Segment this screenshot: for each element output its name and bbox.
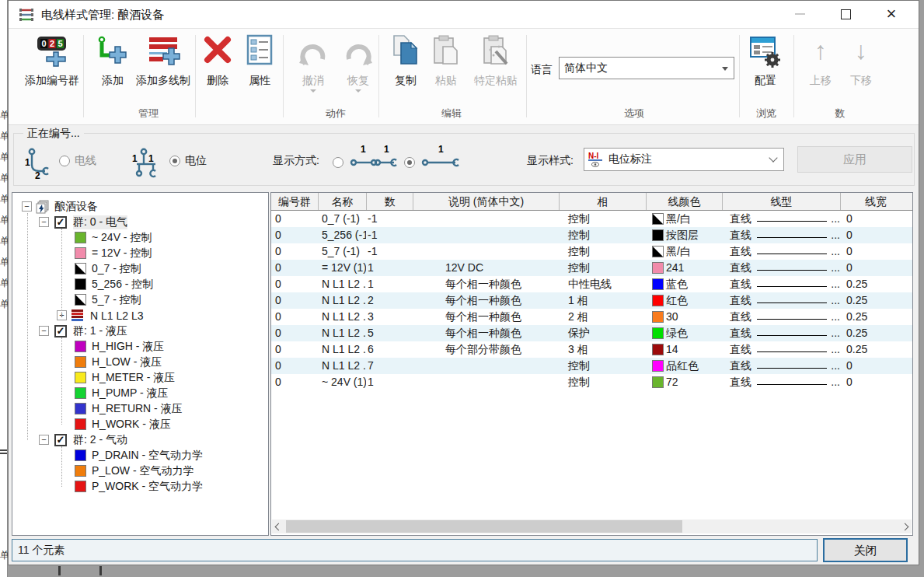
- column-header[interactable]: 线宽: [840, 193, 911, 210]
- background-vertical-text: 单: [0, 298, 8, 311]
- tree-leaf-item[interactable]: +N L1 L2 L3: [12, 308, 268, 323]
- cell-group: 0: [271, 243, 318, 260]
- wire-style-manager-dialog: 电线样式管理: 酿酒设备 × 0 2 5 添: [8, 0, 919, 565]
- cell-phase: 控制: [559, 374, 646, 390]
- tree-item-label: H_PUMP - 液压: [92, 386, 169, 400]
- tree-leaf-item[interactable]: H_LOW - 液压: [12, 355, 268, 370]
- column-header[interactable]: 编号群: [271, 193, 318, 210]
- add-number-group-button[interactable]: 0 2 5 添加编号群: [13, 33, 91, 88]
- tree-leaf-item[interactable]: H_PUMP - 液压: [12, 386, 268, 401]
- column-header[interactable]: 线颜色: [646, 193, 722, 210]
- cell-description: 每个部分带颜色: [413, 341, 559, 358]
- table-row[interactable]: 0= 12V (1)112V DC控制241直线...0: [271, 260, 912, 276]
- table-row[interactable]: 00_7 (-1)-1控制黑/白直线...0: [271, 211, 912, 227]
- background-vertical-text: 单: [0, 214, 8, 227]
- scroll-right-button[interactable]: [898, 519, 912, 533]
- tree-leaf-item[interactable]: H_RETURN - 液压: [12, 401, 268, 417]
- wire-radio-label: 电线: [75, 154, 96, 168]
- cell-line-color: 30: [646, 309, 722, 325]
- svg-text:5: 5: [58, 39, 62, 48]
- config-button[interactable]: 配置: [745, 33, 786, 88]
- wire-radio[interactable]: [59, 156, 70, 166]
- tree-leaf-item[interactable]: 5_7 - 控制: [12, 292, 268, 308]
- tree-item-label: 0_7 - 控制: [92, 262, 141, 276]
- title-bar[interactable]: 电线样式管理: 酿酒设备 ×: [9, 1, 919, 29]
- tree-leaf-item[interactable]: = 12V - 控制: [12, 246, 268, 261]
- tree-leaf-item[interactable]: H_WORK - 液压: [12, 417, 268, 432]
- add-multiwire-button[interactable]: 添加多线制: [130, 33, 197, 88]
- group-checkbox[interactable]: ✓: [54, 325, 67, 337]
- properties-button[interactable]: 属性: [240, 33, 279, 88]
- display-mode-whole-icon: 1: [421, 143, 462, 170]
- linetype-ellipsis: ...: [831, 276, 840, 292]
- paste-icon: [429, 33, 463, 71]
- column-header[interactable]: 说明 (简体中文): [413, 193, 559, 210]
- display-style-value: 电位标注: [608, 152, 652, 166]
- column-header[interactable]: 数: [366, 193, 413, 210]
- cell-linetype: 直线...: [722, 292, 840, 309]
- group-checkbox[interactable]: ✓: [54, 216, 67, 229]
- copy-icon: [389, 33, 423, 71]
- scrollbar-thumb[interactable]: [286, 520, 682, 533]
- language-select[interactable]: 简体中文: [559, 57, 734, 79]
- cell-line-color: 按图层: [646, 227, 722, 243]
- tree-leaf-item[interactable]: P_DRAIN - 空气动力学: [12, 448, 268, 463]
- cell-group: 0: [271, 374, 318, 390]
- table-row[interactable]: 0N L1 L2 ...5每个相一种颜色保护绿色直线...0.25: [271, 325, 912, 341]
- cell-count: -1: [366, 211, 413, 227]
- tree-expander[interactable]: −: [39, 435, 49, 445]
- add-button[interactable]: 添加: [96, 33, 130, 88]
- maximize-button[interactable]: [828, 1, 863, 27]
- cell-linetype: 直线...: [722, 309, 840, 325]
- close-button[interactable]: 关闭: [823, 538, 908, 562]
- tree-leaf-item[interactable]: H_HIGH - 液压: [12, 339, 268, 355]
- tree-leaf-item[interactable]: H_METER - 液压: [12, 370, 268, 386]
- tree-group-item[interactable]: −✓群: 1 - 液压: [12, 323, 268, 339]
- scroll-left-button[interactable]: [272, 519, 285, 533]
- table-row[interactable]: 0N L1 L2 ...3每个相一种颜色2 相30直线...0.25: [271, 309, 912, 325]
- cell-lineweight: 0.25: [840, 276, 911, 292]
- cell-group: 0: [271, 309, 318, 325]
- delete-button[interactable]: 删除: [200, 33, 235, 88]
- cell-name: = 12V (1): [318, 260, 366, 276]
- table-row[interactable]: 0N L1 L2 ...2每个相一种颜色1 相红色直线...0.25: [271, 292, 912, 309]
- tree-leaf-item[interactable]: 0_7 - 控制: [12, 261, 268, 277]
- column-header[interactable]: 名称: [318, 193, 366, 210]
- tree-expander[interactable]: −: [22, 201, 32, 212]
- column-header[interactable]: 相: [559, 193, 646, 210]
- tree-leaf-item[interactable]: P_WORK - 空气动力学: [12, 479, 268, 495]
- cell-line-color: 14: [646, 341, 722, 358]
- table-row[interactable]: 0N L1 L2 ...6每个部分带颜色3 相14直线...0.25: [271, 341, 912, 358]
- table-row[interactable]: 05_256 (-1)-1控制按图层直线...0: [271, 227, 912, 243]
- copy-button[interactable]: 复制: [388, 33, 424, 88]
- potential-radio[interactable]: [169, 156, 180, 166]
- group-checkbox[interactable]: ✓: [54, 434, 67, 446]
- tree-leaf-item[interactable]: ~ 24V - 控制: [12, 230, 268, 246]
- table-row[interactable]: 0N L1 L2 ...1每个相一种颜色中性电线蓝色直线...0.25: [271, 276, 912, 292]
- color-swatch: [75, 247, 86, 259]
- tree-leaf-item[interactable]: P_LOW - 空气动力学: [12, 463, 268, 479]
- display-mode-whole-radio[interactable]: [404, 157, 415, 168]
- cell-lineweight: 0: [840, 260, 911, 276]
- linetype-label: 直线: [730, 309, 751, 325]
- tree-leaf-item[interactable]: 5_256 - 控制: [12, 277, 268, 292]
- table-row[interactable]: 0N L1 L2 ...7控制品红色直线...0: [271, 358, 912, 374]
- tree-group-item[interactable]: −✓群: 2 - 气动: [12, 432, 268, 448]
- color-swatch: [652, 213, 664, 225]
- tree-root-item[interactable]: −酿酒设备: [12, 199, 268, 215]
- close-window-button[interactable]: ×: [874, 1, 908, 27]
- tree-item-label: N L1 L2 L3: [90, 309, 144, 322]
- tree-group-item[interactable]: −✓群: 0 - 电气: [12, 215, 268, 230]
- table-row[interactable]: 0~ 24V (1)1控制72直线...0: [271, 374, 912, 390]
- table-row[interactable]: 05_7 (-1)-1控制黑/白直线...0: [271, 243, 912, 260]
- display-style-select[interactable]: N-l 电位标注: [584, 148, 784, 171]
- move-up-icon: ↑: [804, 33, 838, 71]
- horizontal-scrollbar[interactable]: [272, 519, 912, 533]
- column-header[interactable]: 线型: [722, 193, 840, 210]
- cell-count: 7: [366, 358, 413, 374]
- cell-name: 5_7 (-1): [318, 243, 366, 260]
- tree-expander[interactable]: −: [39, 217, 49, 227]
- tree-expander[interactable]: −: [39, 326, 49, 336]
- color-swatch: [75, 356, 86, 368]
- display-mode-segmented-radio[interactable]: [333, 157, 343, 168]
